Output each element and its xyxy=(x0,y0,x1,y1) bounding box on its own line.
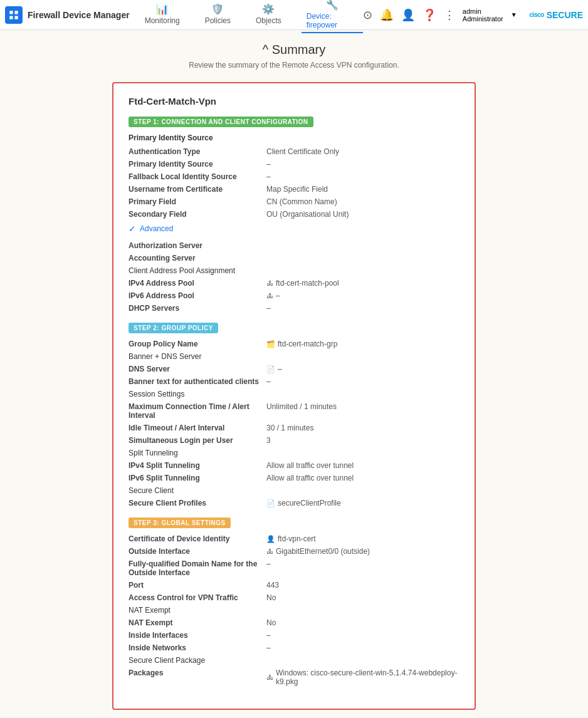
dhcp-value: – xyxy=(266,304,459,313)
nav-monitoring-label: Monitoring xyxy=(145,16,180,25)
dns-server-label: DNS Server xyxy=(129,365,266,373)
auth-type-value: Client Certificate Only xyxy=(266,147,459,156)
sim-login-value: 3 xyxy=(266,436,459,445)
packages-value: 🖧 Windows: cisco-secure-client-win-5.1.4… xyxy=(266,669,459,686)
nav-policies-label: Policies xyxy=(205,16,231,25)
ipv6-pool-icon: 🖧 xyxy=(266,292,273,299)
secure-client-pkg-label: Secure Client Package xyxy=(129,656,459,665)
step1-badge: STEP 1: CONNECTION AND CLIENT CONFIGURAT… xyxy=(129,117,313,127)
user-role: Administrator xyxy=(463,15,503,23)
sim-login-label: Simultaneous Login per User xyxy=(129,436,266,445)
table-row: Port 443 xyxy=(129,581,459,590)
nav-monitoring[interactable]: 📊 Monitoring xyxy=(140,1,185,29)
ipv6-pool-label: IPv6 Address Pool xyxy=(129,291,266,300)
table-row: Simultaneous Login per User 3 xyxy=(129,436,459,445)
nav-objects-label: Objects xyxy=(256,16,281,25)
nav-objects[interactable]: ⚙️ Objects xyxy=(251,1,286,29)
help-icon[interactable]: ❓ xyxy=(423,8,436,22)
client-pool-label: Client Address Pool Assignment xyxy=(129,266,459,275)
cisco-brand: cisco SECURE xyxy=(530,10,583,20)
nav-device-label: Device: firepower xyxy=(307,12,358,29)
monitoring-icon: 📊 xyxy=(156,3,169,15)
svg-rect-0 xyxy=(9,11,13,14)
ipv6-pool-value: 🖧 – xyxy=(266,291,459,300)
terminal-icon[interactable]: ⊙ xyxy=(363,8,372,22)
banner-text-label: Banner text for authenticated clients xyxy=(129,377,266,386)
cert-device-value: 👤 ftd-vpn-cert xyxy=(266,534,459,543)
table-row: DNS Server 📄 – xyxy=(129,365,459,373)
summary-card: Ftd-Cert-Match-Vpn STEP 1: CONNECTION AN… xyxy=(112,82,476,710)
table-row: Authorization Server xyxy=(129,241,459,250)
max-conn-value: Unlimited / 1 minutes xyxy=(266,402,459,411)
page-subtitle: Review the summary of the Remote Access … xyxy=(25,61,563,70)
banner-dns-label: Banner + DNS Server xyxy=(129,352,459,361)
profile-icon: 📄 xyxy=(266,499,275,507)
svg-rect-2 xyxy=(9,16,13,19)
expand-user-icon[interactable]: ▼ xyxy=(511,11,517,18)
table-row: Certificate of Device Identity 👤 ftd-vpn… xyxy=(129,534,459,543)
table-row: Primary Identity Source – xyxy=(129,160,459,169)
table-row: Banner text for authenticated clients – xyxy=(129,377,459,386)
cert-icon: 👤 xyxy=(266,535,275,543)
policies-icon: 🛡️ xyxy=(211,3,224,15)
header-right: ⊙ 🔔 👤 ❓ ⋮ admin Administrator ▼ cisco SE… xyxy=(363,8,583,23)
nat-exempt-label: NAT Exempt xyxy=(129,618,266,627)
iface-icon: 🖧 xyxy=(266,548,273,555)
secondary-field-value: OU (Organisational Unit) xyxy=(266,210,459,219)
username-cert-label: Username from Certificate xyxy=(129,185,266,194)
outside-iface-label: Outside Interface xyxy=(129,547,266,556)
primary-id-label: Primary Identity Source xyxy=(129,160,266,169)
objects-icon: ⚙️ xyxy=(262,3,275,15)
app-title: Firewall Device Manager xyxy=(28,10,130,20)
logo-icon xyxy=(5,6,23,24)
user-icon[interactable]: 👤 xyxy=(401,8,415,22)
auth-type-label: Authentication Type xyxy=(129,147,266,156)
table-row: Packages 🖧 Windows: cisco-secure-client-… xyxy=(129,669,459,686)
acct-server-label: Accounting Server xyxy=(129,254,266,263)
nav-device[interactable]: 🔧 Device: firepower xyxy=(302,0,363,33)
inside-ifaces-value: – xyxy=(266,631,459,640)
table-row: Fully-qualified Domain Name for the Outs… xyxy=(129,559,459,577)
nav-policies[interactable]: 🛡️ Policies xyxy=(200,1,236,29)
secure-client-profiles-value: 📄 secureClientProfile xyxy=(266,499,459,507)
cert-device-label: Certificate of Device Identity xyxy=(129,534,266,543)
more-icon[interactable]: ⋮ xyxy=(444,8,455,22)
split-tunnel-label: Split Tunneling xyxy=(129,449,459,457)
dhcp-label: DHCP Servers xyxy=(129,304,266,313)
ipv4-split-label: IPv4 Split Tunneling xyxy=(129,461,266,470)
table-row: Accounting Server xyxy=(129,254,459,263)
group-policy-label: Group Policy Name xyxy=(129,340,266,348)
advanced-toggle[interactable]: ✓ Advanced xyxy=(129,224,459,234)
table-row: IPv6 Address Pool 🖧 – xyxy=(129,291,459,300)
acl-vpn-value: No xyxy=(266,593,459,602)
ipv4-pool-label: IPv4 Address Pool xyxy=(129,279,266,288)
device-icon: 🔧 xyxy=(326,0,339,11)
table-row: Fallback Local Identity Source – xyxy=(129,172,459,181)
dns-server-value: 📄 – xyxy=(266,365,459,373)
session-settings-label: Session Settings xyxy=(129,390,459,398)
fqdn-value: – xyxy=(266,559,459,568)
ipv6-split-value: Allow all traffic over tunnel xyxy=(266,474,459,482)
step2-section: STEP 2: GROUP POLICY Group Policy Name 🗂… xyxy=(129,323,459,507)
packages-label: Packages xyxy=(129,669,266,677)
primary-field-label: Primary Field xyxy=(129,197,266,206)
table-row: Inside Networks – xyxy=(129,643,459,652)
banner-text-value: – xyxy=(266,377,459,386)
outside-iface-value: 🖧 GigabitEthernet0/0 (outside) xyxy=(266,547,459,556)
advanced-label: Advanced xyxy=(140,224,173,233)
main-nav: 📊 Monitoring 🛡️ Policies ⚙️ Objects 🔧 De… xyxy=(140,0,363,33)
table-row: IPv6 Split Tunneling Allow all traffic o… xyxy=(129,474,459,482)
ipv6-split-label: IPv6 Split Tunneling xyxy=(129,474,266,482)
table-row: DHCP Servers – xyxy=(129,304,459,313)
page-title: ^ Summary xyxy=(25,43,563,57)
bell-icon[interactable]: 🔔 xyxy=(380,8,394,22)
secure-client-profiles-label: Secure Client Profiles xyxy=(129,499,266,507)
svg-rect-3 xyxy=(15,16,18,19)
secure-client-label: Secure Client xyxy=(129,486,459,495)
nat-exempt-value: No xyxy=(266,618,459,627)
table-row: Authentication Type Client Certificate O… xyxy=(129,147,459,156)
svg-rect-1 xyxy=(15,11,18,14)
inside-ifaces-label: Inside Interfaces xyxy=(129,631,266,640)
inside-networks-label: Inside Networks xyxy=(129,643,266,652)
table-row: Group Policy Name 🗂️ ftd-cert-match-grp xyxy=(129,340,459,348)
